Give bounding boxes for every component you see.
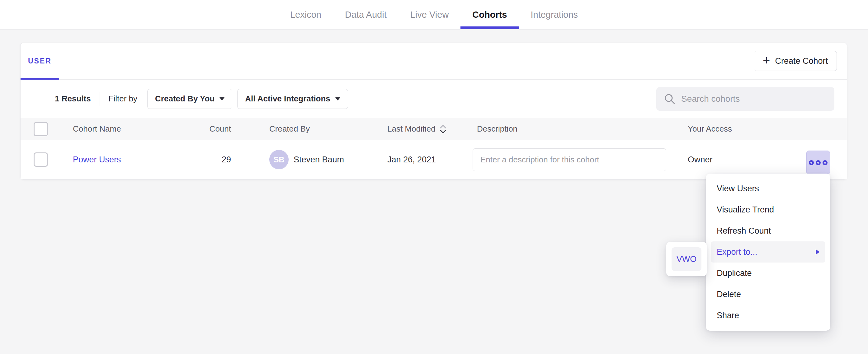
create-cohort-button[interactable]: + Create Cohort <box>754 51 837 71</box>
header-description: Description <box>477 118 518 140</box>
menu-item-refresh-count[interactable]: Refresh Count <box>711 220 825 242</box>
nav-tab-cohorts[interactable]: Cohorts <box>461 0 519 29</box>
last-modified-date: Jan 26, 2021 <box>387 140 436 179</box>
nav-tab-live-view[interactable]: Live View <box>399 0 461 29</box>
nav-tab-label: Data Audit <box>345 10 387 20</box>
vertical-divider <box>100 92 100 106</box>
caret-down-icon <box>335 97 340 100</box>
search-cohorts-box <box>656 87 834 111</box>
menu-item-visualize-trend[interactable]: Visualize Trend <box>711 199 825 220</box>
sort-icon <box>439 124 447 134</box>
menu-item-export-label: Export to... <box>717 247 757 257</box>
integrations-dropdown[interactable]: All Active Integrations <box>237 89 348 109</box>
nav-tab-integrations[interactable]: Integrations <box>519 0 590 29</box>
header-cohort-name: Cohort Name <box>73 118 121 140</box>
nav-tab-label: Cohorts <box>472 10 507 20</box>
cohort-type-tabs: USER + Create Cohort <box>21 43 847 79</box>
header-created-by: Created By <box>269 118 310 140</box>
submenu-arrow-icon <box>816 249 819 255</box>
more-options-icon <box>809 160 814 165</box>
row-checkbox-cell <box>34 140 48 179</box>
create-cohort-label: Create Cohort <box>775 56 828 66</box>
table-header: Cohort Name Count Created By Last Modifi… <box>21 118 847 140</box>
menu-item-view-users[interactable]: View Users <box>711 178 825 199</box>
submenu-item-vwo[interactable]: VWO <box>672 247 702 271</box>
nav-tab-lexicon[interactable]: Lexicon <box>278 0 333 29</box>
created-by-cell: SB Steven Baum <box>269 140 344 179</box>
more-options-button[interactable] <box>806 151 830 174</box>
cohort-name-link[interactable]: Power Users <box>73 155 121 165</box>
menu-item-share[interactable]: Share <box>711 305 825 326</box>
tab-user[interactable]: USER <box>21 43 59 79</box>
cohorts-panel: USER + Create Cohort 1 Results Filter by… <box>20 43 847 180</box>
description-input[interactable] <box>473 149 666 171</box>
nav-tab-data-audit[interactable]: Data Audit <box>333 0 399 29</box>
more-options-icon <box>823 160 828 165</box>
search-icon <box>664 93 676 105</box>
caret-down-icon <box>219 97 224 100</box>
header-last-modified[interactable]: Last Modified <box>387 118 447 140</box>
created-by-dropdown-value: Created By You <box>155 94 215 104</box>
nav-tab-label: Live View <box>410 10 449 20</box>
export-submenu: VWO <box>666 242 707 276</box>
header-last-modified-label: Last Modified <box>387 124 436 134</box>
nav-tab-label: Lexicon <box>290 10 321 20</box>
integrations-dropdown-value: All Active Integrations <box>245 94 330 104</box>
select-all-checkbox[interactable] <box>34 122 48 136</box>
table-row: Power Users 29 SB Steven Baum Jan 26, 20… <box>21 140 847 179</box>
tab-user-label: USER <box>28 57 52 65</box>
cohort-count: 29 <box>158 140 231 179</box>
plus-icon: + <box>763 54 770 67</box>
row-checkbox[interactable] <box>34 153 48 167</box>
filter-by-label: Filter by <box>108 94 137 104</box>
filter-bar: 1 Results Filter by Created By You All A… <box>21 79 847 118</box>
avatar: SB <box>269 150 289 169</box>
header-your-access: Your Access <box>688 118 732 140</box>
results-count: 1 Results <box>55 94 91 104</box>
menu-item-duplicate[interactable]: Duplicate <box>711 262 825 284</box>
cohort-context-menu: View Users Visualize Trend Refresh Count… <box>706 173 830 331</box>
menu-item-export-to[interactable]: Export to... <box>711 242 825 262</box>
header-count: Count <box>158 118 231 140</box>
menu-item-delete[interactable]: Delete <box>711 284 825 305</box>
nav-tab-label: Integrations <box>531 10 578 20</box>
top-navigation: Lexicon Data Audit Live View Cohorts Int… <box>0 0 868 30</box>
created-by-name: Steven Baum <box>293 155 344 165</box>
active-tab-underline <box>461 27 519 29</box>
created-by-dropdown[interactable]: Created By You <box>147 89 232 109</box>
search-input[interactable] <box>681 94 827 104</box>
access-level: Owner <box>688 140 713 179</box>
cohort-name-cell: Power Users <box>73 140 121 179</box>
header-checkbox-cell <box>34 118 48 140</box>
more-options-icon <box>816 160 821 165</box>
